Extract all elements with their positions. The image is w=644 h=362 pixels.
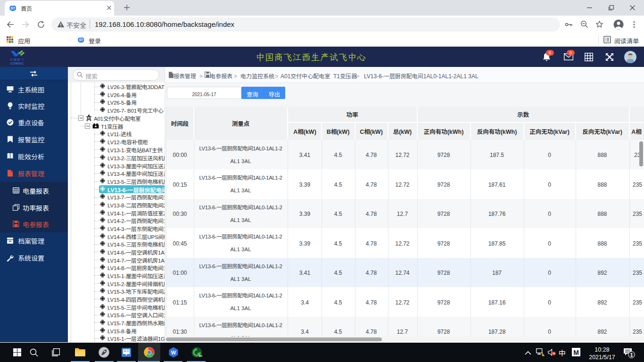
svg-text:2.0: 2.0 [199, 354, 202, 357]
svg-text:ST: ST [79, 38, 83, 41]
svg-text:W: W [171, 350, 176, 355]
svg-text:中国商飞: 中国商飞 [10, 57, 24, 62]
svg-text:COMAC: COMAC [10, 61, 24, 66]
svg-text:ST: ST [11, 6, 16, 10]
